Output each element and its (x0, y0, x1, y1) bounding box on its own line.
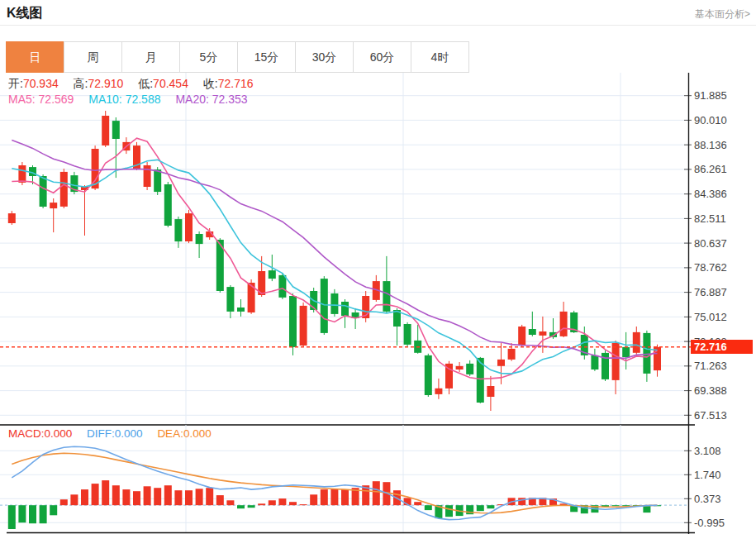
macd-value: 0.000 (45, 427, 73, 440)
tab-15min[interactable]: 15分 (237, 41, 296, 73)
y-axis-label: 82.511 (694, 212, 726, 225)
candle-body (102, 116, 109, 145)
macd-hist-bar (445, 505, 453, 517)
y-axis-label: 88.136 (694, 139, 727, 151)
macd-hist-bar (112, 485, 120, 505)
candle-body (466, 364, 473, 374)
y-axis-label: 69.388 (694, 384, 727, 397)
candle-body (226, 287, 234, 312)
ma-readout: MA5: 72.569 MA10: 72.588 MA20: 72.353 (8, 93, 259, 106)
candle-body (518, 327, 525, 346)
candle-body (50, 203, 57, 208)
macd-hist-bar (8, 505, 16, 529)
candle-body (164, 184, 172, 226)
macd-hist-bar (102, 480, 109, 505)
tab-60min[interactable]: 60分 (353, 41, 411, 73)
close-label: 收: (203, 77, 218, 90)
macd-hist-bar (81, 489, 88, 505)
macd-hist-bar (122, 489, 130, 505)
candle-body (497, 360, 505, 366)
macd-hist-bar (310, 494, 317, 505)
dea-value: 0.000 (183, 427, 212, 440)
high-label: 高: (74, 77, 88, 90)
candle-body (529, 329, 536, 335)
low-value: 70.454 (153, 77, 188, 90)
candle-body (487, 386, 494, 397)
candle-body (508, 349, 516, 360)
candle-body (269, 270, 276, 279)
macd-hist-bar (321, 489, 328, 505)
candle-body (330, 293, 338, 314)
candle-body (560, 312, 568, 336)
macd-hist-bar (612, 505, 620, 506)
diff-label: DIFF: (87, 427, 115, 440)
ma5-line (12, 138, 657, 379)
candle-body (341, 302, 349, 316)
y-axis-label: 76.887 (694, 286, 727, 298)
macd-hist-bar (185, 490, 193, 505)
fundamental-analysis-link[interactable]: 基本面分析> (695, 7, 750, 21)
macd-hist-bar (154, 488, 161, 505)
y-axis-label: 67.513 (694, 409, 727, 422)
y-axis-label: 86.261 (694, 163, 727, 175)
candle-body (643, 333, 650, 374)
candle-body (591, 355, 598, 370)
candle-body (456, 366, 464, 370)
macd-hist-bar (164, 485, 172, 505)
y-axis-label: 1.740 (694, 469, 721, 481)
macd-hist-bar (477, 505, 484, 511)
candle-body (300, 306, 307, 346)
candle-body (237, 308, 245, 312)
candle-body (612, 343, 620, 380)
y-axis-label: 71.263 (694, 360, 727, 372)
macd-hist-bar (425, 505, 432, 510)
macd-label: MACD: (8, 427, 45, 440)
dea-label: DEA: (157, 427, 183, 440)
tab-5min[interactable]: 5分 (179, 41, 238, 73)
candle-body (18, 165, 26, 183)
y-axis-label: 78.762 (694, 261, 727, 274)
macd-hist-bar (487, 505, 494, 508)
candle-body (112, 121, 120, 139)
candle-body (278, 275, 286, 298)
macd-hist-bar (206, 488, 213, 505)
candle-body (8, 213, 16, 223)
y-axis-label: 90.010 (694, 114, 727, 126)
y-axis-label: 91.885 (694, 89, 727, 102)
diff-value: 0.000 (115, 427, 143, 440)
macd-hist-bar (258, 503, 265, 505)
macd-hist-bar (29, 505, 36, 523)
tab-day[interactable]: 日 (6, 41, 64, 73)
macd-hist-bar (216, 495, 224, 505)
main-candlestick-chart[interactable]: 91.88590.01088.13686.26184.38682.51180.6… (0, 73, 756, 424)
y-axis-label: 0.373 (694, 493, 721, 505)
candle-body (321, 279, 328, 333)
candle-body (40, 176, 47, 207)
macd-hist-bar (414, 502, 421, 505)
macd-hist-bar (50, 505, 57, 515)
tab-week[interactable]: 周 (64, 41, 122, 73)
macd-hist-bar (70, 494, 78, 505)
candle-body (383, 281, 390, 312)
ma10-value: 72.588 (126, 93, 161, 106)
macd-chart[interactable]: 3.1081.7400.373-0.995 (0, 424, 756, 534)
ohlc-readout: 开:70.934 高:72.910 低:70.454 收:72.716 (8, 77, 265, 92)
ma10-label: MA10: (88, 93, 121, 106)
y-axis-label: -0.995 (694, 517, 725, 529)
tab-30min[interactable]: 30分 (295, 41, 354, 73)
open-label: 开: (8, 77, 23, 90)
macd-hist-bar (226, 500, 234, 505)
y-axis-label: 80.637 (694, 237, 727, 250)
macd-hist-bar (373, 481, 380, 505)
low-label: 低: (138, 77, 153, 90)
y-axis-label: 75.012 (694, 311, 727, 323)
candle-body (174, 219, 182, 241)
y-axis-label: 3.108 (694, 445, 721, 457)
candle-body (60, 172, 68, 207)
tab-4hour[interactable]: 4时 (411, 41, 469, 73)
macd-hist-bar (269, 500, 276, 505)
tab-month[interactable]: 月 (121, 41, 180, 73)
candle-body (144, 165, 151, 187)
candle-body (633, 332, 640, 353)
candle-body (196, 234, 203, 244)
